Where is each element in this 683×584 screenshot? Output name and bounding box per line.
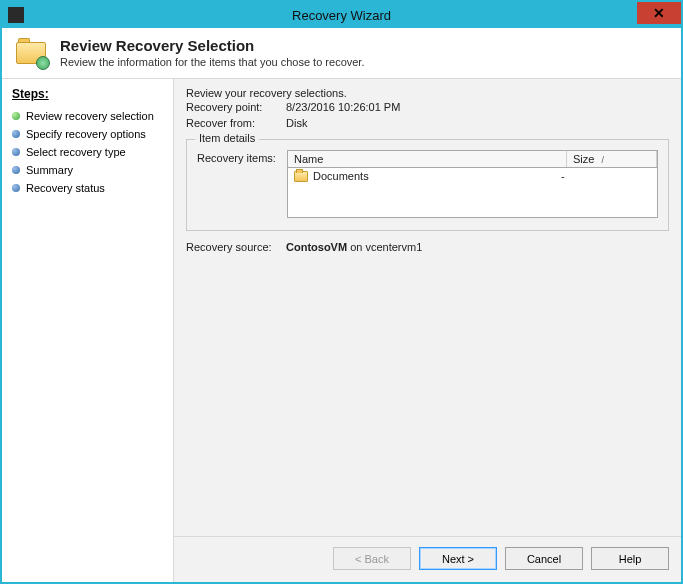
row-name: Documents: [313, 170, 369, 182]
table-header: Name Size /: [288, 151, 657, 168]
recovery-point-value: 8/23/2016 10:26:01 PM: [286, 101, 400, 113]
step-recovery-status[interactable]: Recovery status: [10, 179, 165, 197]
step-bullet-icon: [12, 130, 20, 138]
wizard-footer: < Back Next > Cancel Help: [174, 536, 681, 582]
app-icon: [8, 7, 24, 23]
close-icon: ✕: [653, 5, 665, 21]
page-title: Review Recovery Selection: [60, 37, 364, 54]
step-bullet-icon: [12, 112, 20, 120]
recovery-source-label: Recovery source:: [186, 241, 286, 253]
recover-from-value: Disk: [286, 117, 307, 129]
step-label: Select recovery type: [26, 146, 126, 158]
cancel-button[interactable]: Cancel: [505, 547, 583, 570]
next-button[interactable]: Next >: [419, 547, 497, 570]
steps-heading: Steps:: [12, 87, 165, 101]
item-details-group: Item details Recovery items: Name Size /: [186, 139, 669, 231]
intro-text: Review your recovery selections.: [186, 87, 669, 99]
step-bullet-icon: [12, 166, 20, 174]
row-size: -: [561, 170, 651, 182]
step-label: Review recovery selection: [26, 110, 154, 122]
step-review-recovery-selection[interactable]: Review recovery selection: [10, 107, 165, 125]
step-label: Specify recovery options: [26, 128, 146, 140]
titlebar[interactable]: Recovery Wizard ✕: [2, 2, 681, 28]
recovery-point-label: Recovery point:: [186, 101, 286, 113]
wizard-body: Steps: Review recovery selection Specify…: [2, 79, 681, 582]
page-subtitle: Review the information for the items tha…: [60, 56, 364, 68]
recovery-source-value: ContosoVM on vcentervm1: [286, 241, 422, 253]
wizard-header: Review Recovery Selection Review the inf…: [2, 28, 681, 78]
table-row[interactable]: Documents -: [288, 168, 657, 184]
col-header-size-text: Size: [573, 153, 594, 165]
help-button[interactable]: Help: [591, 547, 669, 570]
step-select-recovery-type[interactable]: Select recovery type: [10, 143, 165, 161]
step-label: Recovery status: [26, 182, 105, 194]
item-details-legend: Item details: [195, 132, 259, 144]
step-summary[interactable]: Summary: [10, 161, 165, 179]
step-specify-recovery-options[interactable]: Specify recovery options: [10, 125, 165, 143]
recovery-items-label: Recovery items:: [197, 150, 287, 164]
back-button[interactable]: < Back: [333, 547, 411, 570]
close-button[interactable]: ✕: [637, 2, 681, 24]
step-bullet-icon: [12, 184, 20, 192]
sort-indicator-icon: /: [601, 155, 604, 165]
col-header-name[interactable]: Name: [288, 151, 567, 167]
step-label: Summary: [26, 164, 73, 176]
content-pane: Review your recovery selections. Recover…: [174, 79, 681, 582]
recover-from-label: Recover from:: [186, 117, 286, 129]
recovery-source-vm: ContosoVM: [286, 241, 347, 253]
step-bullet-icon: [12, 148, 20, 156]
recovery-wizard-window: Recovery Wizard ✕ Review Recovery Select…: [0, 0, 683, 584]
folder-icon: [294, 171, 308, 182]
recovery-source-host: on vcentervm1: [347, 241, 422, 253]
steps-sidebar: Steps: Review recovery selection Specify…: [2, 79, 174, 582]
recovery-items-table[interactable]: Name Size / Documents -: [287, 150, 658, 218]
folder-recover-icon: [16, 36, 48, 68]
col-header-size[interactable]: Size /: [567, 151, 657, 167]
window-title: Recovery Wizard: [2, 8, 681, 23]
